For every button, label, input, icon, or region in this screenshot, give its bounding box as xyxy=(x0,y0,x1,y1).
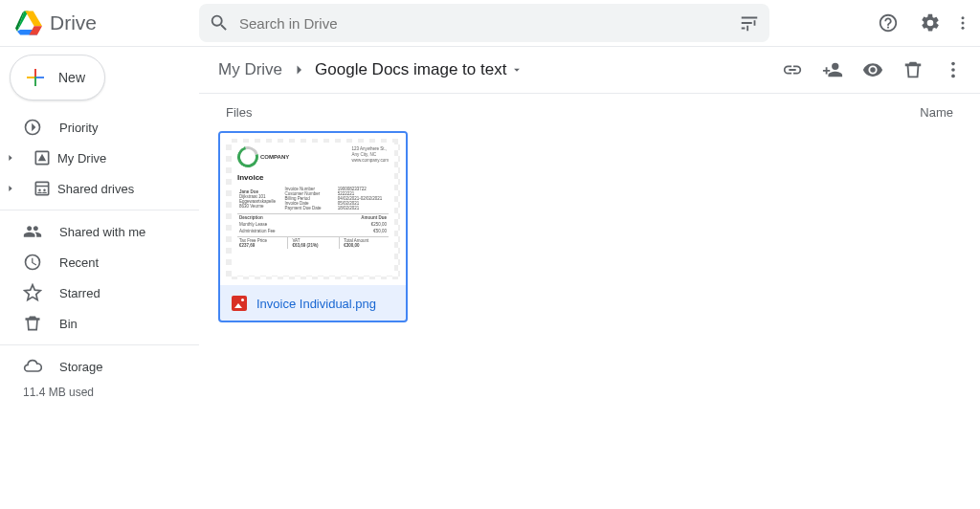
star-icon xyxy=(23,283,42,302)
search-input[interactable] xyxy=(239,15,729,32)
svg-point-5 xyxy=(951,75,955,78)
sidebar-item-label: Shared with me xyxy=(59,225,145,239)
caret-right-icon xyxy=(6,184,15,193)
person-add-icon xyxy=(822,59,843,80)
drive-logo-icon xyxy=(15,10,42,36)
svg-point-2 xyxy=(962,27,965,30)
more-actions-button[interactable] xyxy=(934,51,972,89)
file-thumbnail: COMPANY 123 Anywhere St., Any City, NC w… xyxy=(220,133,406,286)
sidebar-item-my-drive[interactable]: My Drive xyxy=(0,143,199,173)
svg-point-4 xyxy=(951,68,955,72)
sidebar-item-priority[interactable]: Priority xyxy=(0,112,199,143)
sidebar-item-storage[interactable]: Storage xyxy=(0,351,199,382)
shared-drives-icon xyxy=(33,179,52,198)
plus-icon xyxy=(24,66,47,89)
more-vertical-icon xyxy=(943,59,964,80)
gear-icon xyxy=(920,12,941,33)
settings-button[interactable] xyxy=(911,4,949,42)
sidebar-item-shared-with-me[interactable]: Shared with me xyxy=(0,216,199,247)
toolbar: My Drive Google Docs image to text xyxy=(199,47,980,93)
logo-area[interactable]: Drive xyxy=(15,10,199,36)
svg-point-0 xyxy=(962,16,965,19)
sidebar-item-label: Storage xyxy=(59,360,103,374)
get-link-button[interactable] xyxy=(773,51,812,89)
more-header-button[interactable] xyxy=(953,4,972,42)
my-drive-icon xyxy=(33,148,52,167)
help-icon xyxy=(878,12,899,33)
clock-icon xyxy=(23,253,42,272)
share-button[interactable] xyxy=(813,51,852,89)
sidebar-item-label: Shared drives xyxy=(57,182,134,196)
link-icon xyxy=(782,59,803,80)
files-heading: Files xyxy=(226,105,252,120)
file-card[interactable]: COMPANY 123 Anywhere St., Any City, NC w… xyxy=(218,131,408,322)
app-header: Drive xyxy=(0,0,980,46)
breadcrumb-root[interactable]: My Drive xyxy=(218,60,282,79)
caret-right-icon xyxy=(6,153,15,163)
search-options-icon[interactable] xyxy=(739,12,760,33)
sidebar-item-recent[interactable]: Recent xyxy=(0,247,199,277)
help-button[interactable] xyxy=(869,4,907,42)
sidebar-item-label: Priority xyxy=(59,121,98,135)
sidebar-item-starred[interactable]: Starred xyxy=(0,277,199,308)
name-column-heading[interactable]: Name xyxy=(920,105,953,120)
dropdown-icon xyxy=(510,63,523,77)
search-bar[interactable] xyxy=(199,4,769,42)
file-name: Invoice Individual.png xyxy=(256,297,376,311)
priority-icon xyxy=(23,118,42,137)
sidebar-item-label: Bin xyxy=(59,317,78,331)
cloud-icon xyxy=(23,357,42,376)
svg-point-3 xyxy=(951,62,955,66)
sidebar-item-label: My Drive xyxy=(57,151,106,166)
delete-button[interactable] xyxy=(894,51,932,89)
sidebar: New Priority My Drive Shared drives xyxy=(0,47,199,509)
product-name: Drive xyxy=(50,11,97,34)
trash-icon xyxy=(23,314,42,333)
toolbar-actions xyxy=(773,51,972,89)
new-button-label: New xyxy=(58,70,85,85)
chevron-right-icon xyxy=(290,61,307,78)
preview-button[interactable] xyxy=(854,51,892,89)
thumb-logo-icon xyxy=(234,143,262,171)
search-icon xyxy=(209,12,230,33)
svg-point-1 xyxy=(962,22,965,25)
trash-icon xyxy=(902,59,924,80)
header-actions xyxy=(869,4,972,42)
sidebar-item-label: Starred xyxy=(59,286,100,300)
eye-icon xyxy=(862,59,883,80)
main-area: My Drive Google Docs image to text Files xyxy=(199,47,980,509)
image-file-icon xyxy=(232,296,247,311)
sidebar-item-label: Recent xyxy=(59,255,99,270)
breadcrumb: My Drive Google Docs image to text xyxy=(218,60,523,79)
sidebar-item-shared-drives[interactable]: Shared drives xyxy=(0,173,199,204)
storage-used-text: 11.4 MB used xyxy=(0,382,199,399)
sidebar-item-bin[interactable]: Bin xyxy=(0,308,199,339)
new-button[interactable]: New xyxy=(10,55,105,100)
people-icon xyxy=(23,222,42,241)
breadcrumb-current[interactable]: Google Docs image to text xyxy=(315,60,523,79)
more-vertical-icon xyxy=(954,12,971,33)
